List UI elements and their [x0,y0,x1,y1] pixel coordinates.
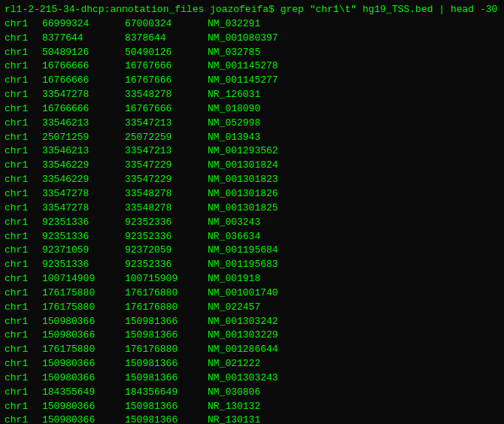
name-col: NR_036634 [208,230,260,244]
chrom-col: chr1 [5,343,42,357]
start-col: 100714909 [42,272,125,286]
end-col: 50490126 [125,46,208,60]
name-col: NM_021222 [208,357,260,371]
name-col: NM_001001740 [208,286,278,301]
start-col: 33547278 [42,187,125,201]
table-row: chr183776448378644NM_001080397 [5,32,499,46]
name-col: NM_032291 [208,17,260,32]
end-col: 150981366 [125,400,208,414]
table-row: chr1150980366150981366NR_130131 [5,413,499,424]
chrom-col: chr1 [5,17,42,32]
table-row: chr1100714909100715909NM_001918 [5,272,499,286]
chrom-col: chr1 [5,173,42,187]
name-col: NM_001080397 [208,32,278,46]
table-row: chr13354727833548278NM_001301825 [5,201,499,216]
chrom-col: chr1 [5,301,42,315]
start-col: 66999324 [42,17,125,32]
chrom-col: chr1 [5,244,42,258]
start-col: 92351336 [42,230,125,244]
start-col: 16766666 [42,59,125,74]
start-col: 150980366 [42,329,125,343]
end-col: 176176880 [125,301,208,315]
chrom-col: chr1 [5,272,42,286]
start-col: 176175880 [42,301,125,315]
end-col: 16767666 [125,102,208,117]
start-col: 184355649 [42,386,125,400]
table-row: chr19235133692352336NR_036634 [5,230,499,244]
start-col: 92351336 [42,216,125,230]
name-col: NM_001303242 [208,315,278,329]
table-row: chr1150980366150981366NM_021222 [5,357,499,371]
name-col: NR_130132 [208,400,260,414]
start-col: 50489126 [42,46,125,60]
chrom-col: chr1 [5,117,42,131]
chrom-col: chr1 [5,74,42,88]
start-col: 25071259 [42,131,125,145]
table-row: chr1150980366150981366NM_001303243 [5,371,499,386]
end-col: 33547213 [125,144,208,159]
table-row: chr1150980366150981366NM_001303242 [5,315,499,329]
end-col: 92352336 [125,230,208,244]
table-row: chr11676666616767666NM_001145278 [5,59,499,74]
start-col: 176175880 [42,286,125,301]
table-row: chr13354621333547213NM_052998 [5,117,499,131]
chrom-col: chr1 [5,32,42,46]
chrom-col: chr1 [5,258,42,272]
end-col: 16767666 [125,59,208,74]
name-col: NM_003243 [208,216,260,230]
name-col: NM_022457 [208,301,260,315]
name-col: NM_001303229 [208,329,278,343]
start-col: 150980366 [42,357,125,371]
name-col: NM_001918 [208,272,260,286]
chrom-col: chr1 [5,230,42,244]
end-col: 92372059 [125,244,208,258]
chrom-col: chr1 [5,59,42,74]
chrom-col: chr1 [5,88,42,102]
end-col: 33548278 [125,201,208,216]
end-col: 33547229 [125,173,208,187]
table-row: chr1176175880176176880NM_022457 [5,301,499,315]
name-col: NM_001293562 [208,144,278,159]
start-col: 16766666 [42,74,125,88]
end-col: 16767666 [125,74,208,88]
start-col: 150980366 [42,315,125,329]
chrom-col: chr1 [5,315,42,329]
name-col: NM_052998 [208,117,260,131]
chrom-col: chr1 [5,286,42,301]
chrom-col: chr1 [5,413,42,424]
table-row: chr19235133692352336NM_001195683 [5,258,499,272]
table-row: chr13354621333547213NM_001293562 [5,144,499,159]
start-col: 33546229 [42,159,125,173]
table-row: chr1150980366150981366NR_130132 [5,400,499,414]
name-col: NM_001145277 [208,74,278,88]
table-row: chr15048912650490126NM_032785 [5,46,499,60]
table-row: chr11676666616767666NM_018090 [5,102,499,117]
start-col: 33546213 [42,117,125,131]
table-row: chr1150980366150981366NM_001303229 [5,329,499,343]
name-col: NM_001301826 [208,187,278,201]
name-col: NM_032785 [208,46,260,60]
name-col: NM_001195683 [208,258,278,272]
chrom-col: chr1 [5,329,42,343]
end-col: 100715909 [125,272,208,286]
name-col: NR_126031 [208,88,260,102]
end-col: 176176880 [125,286,208,301]
table-row: chr1176175880176176880NM_001001740 [5,286,499,301]
name-col: NM_001301825 [208,201,278,216]
table-row: chr1176175880176176880NM_001286644 [5,343,499,357]
end-col: 33548278 [125,187,208,201]
end-col: 150981366 [125,329,208,343]
chrom-col: chr1 [5,400,42,414]
end-col: 92352336 [125,216,208,230]
table-row: chr13354727833548278NM_001301826 [5,187,499,201]
name-col: NM_001301823 [208,173,278,187]
chrom-col: chr1 [5,216,42,230]
end-col: 150981366 [125,357,208,371]
chrom-col: chr1 [5,131,42,145]
table-row: chr13354622933547229NM_001301823 [5,173,499,187]
chrom-col: chr1 [5,386,42,400]
chrom-col: chr1 [5,201,42,216]
name-col: NR_130131 [208,413,260,424]
name-col: NM_001301824 [208,159,278,173]
table-row: chr13354622933547229NM_001301824 [5,159,499,173]
